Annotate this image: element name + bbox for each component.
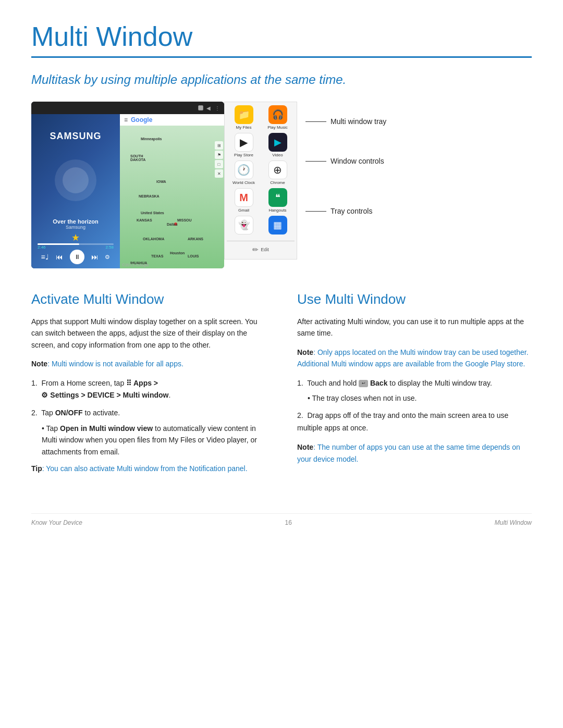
map-photo-btn[interactable]: □ [215,160,223,168]
google-logo: Google [131,116,152,124]
playmusic-label: Play Music [267,125,288,130]
map-menu-icon: ≡ [124,116,128,124]
time-total: 2:58 [105,245,114,250]
tray-app-playmusic[interactable]: 🎧 Play Music [263,105,292,130]
state-label-ks: KANSAS [137,218,152,222]
worldclock-icon: 🕐 [235,161,253,179]
activate-body: Apps that support Multi window display t… [31,316,266,351]
chrome-label: Chrome [270,180,285,185]
dallas-label: Dallas [167,223,178,226]
playlist-icon[interactable]: ≡♩ [41,253,48,261]
use-note: Note: Only apps located on the Multi win… [297,347,532,370]
tray-app-chrome[interactable]: ⊕ Chrome [263,161,292,185]
use-step-1-bullet-1: The tray closes when not in use. [308,392,532,404]
state-label-tx: TEXAS [151,254,163,258]
prev-icon[interactable]: ⏮ [56,253,63,261]
map-visual: Minneapolis SOUTHDAKOTA IOWA NEBRASKA Un… [120,126,224,268]
label-text-1: Multi window tray [331,117,386,126]
next-icon[interactable]: ⏭ [91,253,99,261]
step-2: 2. Tap ON/OFF to activate. Tap Open in M… [31,407,266,458]
status-icon-2: ◀ [206,105,212,110]
houston-label: Houston [170,251,185,255]
device-content: SAMSUNG Over the horizon Samsung ★ [31,114,224,268]
playmusic-icon: 🎧 [268,105,287,124]
page-footer: Know Your Device 16 Multi Window [31,513,532,526]
label-text-2: Window controls [331,157,384,165]
footer-center: 16 [285,519,292,526]
label-multi-window-tray: Multi window tray [305,117,386,126]
map-copyright: ©2013 Google [122,263,149,267]
progress-track [38,243,114,245]
music-controls: ≡♩ ⏮ ⏸ ⏭ ⚙ [35,250,116,264]
tray-app-gmail[interactable]: M Gmail [229,188,258,213]
playstore-label: Play Store [234,153,253,157]
activate-tip: Tip: You can also activate Multi window … [31,463,266,474]
step-2-bullets: Tap Open in Multi window view to automat… [31,423,266,458]
playstore-icon: ▶ [235,133,253,152]
misc2-icon: ▦ [268,216,287,235]
onoff-bold: ON/OFF [55,409,83,417]
use-steps: 1. Touch and hold ↩ Back to display the … [297,377,532,435]
use-heading: Use Multi Window [297,291,532,307]
map-close-btn[interactable]: ✕ [215,169,223,178]
label-line-3 [305,211,326,212]
tray-row-2: ▶ Play Store ▶ Video [227,133,295,157]
status-icon-1 [198,105,203,110]
tray-app-misc1[interactable]: 👻 [229,216,258,236]
device-top-bar: ◀ ⋮ [31,102,224,114]
gmail-label: Gmail [238,208,249,213]
tray-edit-row: ✏ Edit [227,243,295,256]
label-tray-controls: Tray controls [305,207,386,215]
label-line-1 [305,121,326,122]
worldclock-label: World Clock [232,180,255,185]
apps-bold: ⠿ Apps > ⚙ Settings > DEVICE > Multi win… [31,379,168,400]
hangouts-icon: ❝ [268,188,287,207]
video-icon: ▶ [268,133,287,152]
step-1: 1. From a Home screen, tap ⠿ Apps > ⚙ Se… [31,377,266,402]
use-note-bold: Note [297,348,313,356]
tip-bold-label: Tip [31,464,42,473]
tray-app-playstore[interactable]: ▶ Play Store [229,133,258,157]
tray-app-misc2[interactable]: ▦ [263,216,292,236]
play-pause-icon[interactable]: ⏸ [70,250,84,264]
tray-divider [227,241,295,241]
title-divider [31,56,532,58]
bottom-sections: Activate Multi Window Apps that support … [31,291,532,482]
open-multi-bold: Open in Multi window view [60,424,153,433]
tray-app-myfiles[interactable]: 📁 My Files [229,105,258,130]
song-info: Over the horizon Samsung [53,218,98,230]
diagram-labels: Multi window tray Window controls Tray c… [297,102,386,226]
gmail-icon: M [235,188,253,207]
footer-left: Know Your Device [31,519,82,526]
song-title: Over the horizon [53,218,98,225]
map-flag-btn[interactable]: ⚑ [215,151,223,159]
time-row: 2:46 2:58 [35,245,116,250]
state-label-mn: Minneapolis [141,137,162,141]
footer-right: Multi Window [495,519,532,526]
hangouts-label: Hangouts [268,208,286,213]
tray-app-video[interactable]: ▶ Video [263,133,292,157]
menu-icon[interactable]: ⚙ [105,254,110,261]
state-label-ne: NEBRASKA [139,194,160,198]
diagram-section: ◀ ⋮ SAMSUNG Over the horizon Samsung ★ [31,102,532,268]
chrome-icon: ⊕ [268,161,287,179]
state-label-us: United States [141,211,164,215]
music-panel: SAMSUNG Over the horizon Samsung ★ [31,114,120,268]
state-label-mo: MISSOU [177,218,192,222]
tray-app-hangouts[interactable]: ❝ Hangouts [263,188,292,213]
progress-bar [35,243,116,245]
map-layers-btn[interactable]: ⊞ [215,141,223,150]
use-body: After activating Multi window, you can u… [297,316,532,339]
subtitle: Multitask by using multiple applications… [31,72,532,87]
edit-label: Edit [261,247,269,252]
tray-app-worldclock[interactable]: 🕐 World Clock [229,161,258,185]
activate-steps: 1. From a Home screen, tap ⠿ Apps > ⚙ Se… [31,377,266,458]
state-label-iowa: IOWA [156,180,166,183]
step-2-bullet-1: Tap Open in Multi window view to automat… [42,423,266,458]
state-label-ok: OKLAHOMA [143,237,164,241]
map-header: ≡ Google [120,114,224,126]
use-step-1-bullets: The tray closes when not in use. [297,392,532,404]
state-label-sd: SOUTHDAKOTA [130,154,145,162]
tray-panel: 📁 My Files 🎧 Play Music ▶ Play Store ▶ V… [224,102,297,260]
label-text-3: Tray controls [331,207,372,215]
